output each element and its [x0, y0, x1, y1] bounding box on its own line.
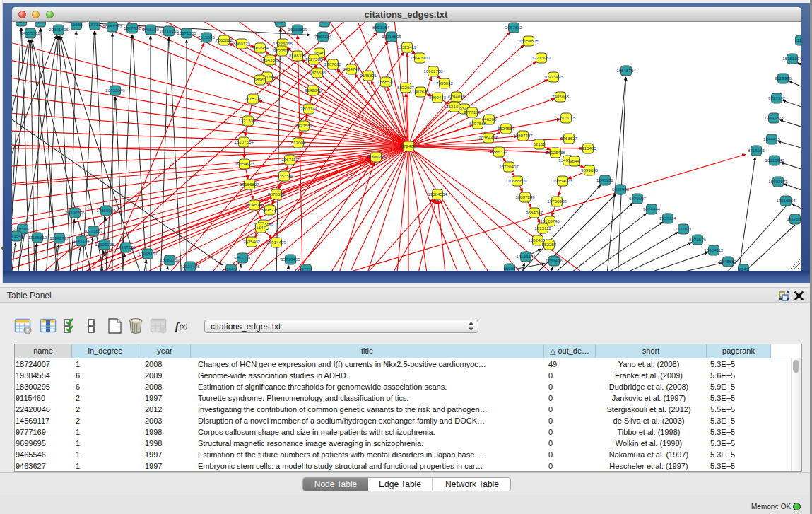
- svg-text:9146821: 9146821: [360, 73, 377, 78]
- svg-text:9777169: 9777169: [464, 110, 481, 115]
- svg-text:10973493: 10973493: [543, 74, 563, 79]
- svg-text:18724007: 18724007: [399, 144, 418, 148]
- svg-text:9857791: 9857791: [234, 255, 252, 260]
- svg-text:1615112: 1615112: [534, 226, 551, 230]
- svg-text:817004: 817004: [291, 140, 306, 145]
- svg-text:19218506: 19218506: [382, 34, 401, 39]
- svg-text:8186328: 8186328: [289, 53, 307, 58]
- svg-text:15692971: 15692971: [768, 179, 788, 184]
- svg-text:16733: 16733: [88, 22, 101, 27]
- svg-text:1167534: 1167534: [787, 216, 801, 221]
- svg-text:1145194: 1145194: [73, 238, 90, 243]
- svg-text:6879197: 6879197: [629, 196, 647, 201]
- svg-text:12213369: 12213369: [238, 118, 258, 123]
- svg-text:12505135: 12505135: [95, 242, 114, 247]
- svg-text:1527602: 1527602: [124, 25, 141, 30]
- svg-text:19654923: 19654923: [553, 178, 572, 183]
- svg-text:7632621: 7632621: [675, 226, 693, 231]
- svg-text:9243: 9243: [739, 267, 748, 271]
- svg-text:8912954: 8912954: [252, 45, 269, 50]
- svg-text:10958107: 10958107: [138, 251, 158, 256]
- svg-text:9527506: 9527506: [273, 48, 291, 53]
- svg-text:16393: 16393: [15, 22, 28, 23]
- svg-text:8938923: 8938923: [612, 187, 630, 192]
- svg-text:1640952: 1640952: [596, 177, 614, 182]
- svg-text:15716485: 15716485: [281, 257, 300, 262]
- svg-text:9771: 9771: [301, 267, 311, 271]
- svg-text:16210643: 16210643: [765, 158, 784, 163]
- svg-text:9474444: 9474444: [643, 206, 661, 211]
- svg-text:9242848: 9242848: [305, 88, 322, 93]
- svg-text:12942757: 12942757: [49, 235, 69, 240]
- svg-text:16107554: 16107554: [234, 139, 254, 144]
- svg-text:16671355: 16671355: [177, 30, 196, 35]
- svg-text:2935114: 2935114: [659, 216, 676, 221]
- svg-text:6466160: 6466160: [142, 27, 160, 32]
- svg-text:14055712: 14055712: [20, 30, 40, 35]
- svg-text:20053346: 20053346: [105, 88, 125, 93]
- svg-text:10046758: 10046758: [245, 202, 264, 207]
- svg-text:8990443: 8990443: [429, 95, 447, 100]
- svg-text:12923445: 12923445: [180, 264, 200, 269]
- svg-text:17957223: 17957223: [116, 245, 136, 250]
- svg-text:7485063: 7485063: [552, 94, 570, 99]
- svg-text:16120746: 16120746: [540, 218, 560, 223]
- svg-text:(x): (x): [180, 322, 188, 331]
- svg-text:10653267: 10653267: [102, 24, 122, 29]
- svg-text:8471676: 8471676: [689, 237, 707, 242]
- svg-text:2718176: 2718176: [245, 96, 262, 101]
- svg-text:11325419: 11325419: [397, 45, 417, 49]
- svg-text:96995: 96995: [503, 266, 516, 271]
- svg-text:9463627: 9463627: [560, 136, 578, 141]
- svg-text:9245652: 9245652: [719, 259, 737, 264]
- svg-text:9644: 9644: [570, 158, 579, 163]
- svg-text:17016504: 17016504: [776, 198, 796, 203]
- svg-text:11156819: 11156819: [28, 235, 47, 240]
- svg-text:10025438: 10025438: [546, 150, 565, 155]
- svg-text:18300295: 18300295: [366, 154, 386, 159]
- svg-text:10961758: 10961758: [423, 69, 443, 74]
- svg-text:19888: 19888: [70, 22, 83, 27]
- svg-text:19384554: 19384554: [428, 192, 447, 197]
- svg-text:1175: 1175: [319, 22, 329, 24]
- svg-text:11353594: 11353594: [274, 173, 294, 178]
- svg-text:2967608: 2967608: [324, 62, 342, 66]
- svg-text:10688609: 10688609: [507, 178, 527, 183]
- svg-text:9899695: 9899695: [581, 168, 599, 173]
- svg-text:16648764: 16648764: [616, 68, 636, 73]
- svg-text:15751074: 15751074: [782, 56, 801, 61]
- svg-text:17359924: 17359924: [96, 208, 116, 213]
- svg-text:8454749: 8454749: [343, 66, 360, 71]
- svg-text:9227342: 9227342: [768, 95, 786, 100]
- svg-text:3875685: 3875685: [309, 70, 326, 75]
- svg-text:16782759: 16782759: [160, 257, 180, 262]
- svg-text:6794028: 6794028: [448, 94, 466, 99]
- svg-text:19654923: 19654923: [235, 161, 254, 166]
- svg-text:11123: 11123: [795, 37, 801, 42]
- svg-text:10807487: 10807487: [513, 133, 533, 138]
- svg-text:12093873: 12093873: [764, 115, 784, 120]
- svg-text:15226058: 15226058: [273, 41, 293, 46]
- svg-text:10975867: 10975867: [83, 228, 103, 233]
- svg-text:16033809: 16033809: [288, 27, 307, 32]
- svg-text:1588520: 1588520: [377, 79, 395, 84]
- svg-text:20364436: 20364436: [478, 135, 498, 140]
- svg-text:391549: 391549: [12, 233, 24, 238]
- svg-text:1733426: 1733426: [546, 258, 563, 263]
- svg-text:7625402: 7625402: [243, 239, 261, 244]
- svg-text:16154808: 16154808: [519, 38, 539, 43]
- svg-text:8878352: 8878352: [268, 192, 286, 197]
- svg-text:10654112: 10654112: [704, 247, 724, 252]
- svg-text:2087682: 2087682: [505, 25, 523, 30]
- svg-text:5498222: 5498222: [261, 207, 279, 212]
- svg-text:7663822: 7663822: [216, 37, 233, 42]
- svg-text:3041: 3041: [276, 22, 286, 24]
- svg-text:7386372: 7386372: [490, 149, 508, 154]
- svg-text:19756928: 19756928: [547, 199, 567, 204]
- svg-text:8813054: 8813054: [372, 25, 390, 30]
- svg-text:1362615: 1362615: [412, 89, 430, 94]
- svg-text:7515526: 7515526: [198, 35, 216, 40]
- svg-text:9115460: 9115460: [579, 146, 596, 151]
- svg-text:7955812: 7955812: [436, 81, 454, 86]
- svg-text:7857224: 7857224: [314, 34, 332, 39]
